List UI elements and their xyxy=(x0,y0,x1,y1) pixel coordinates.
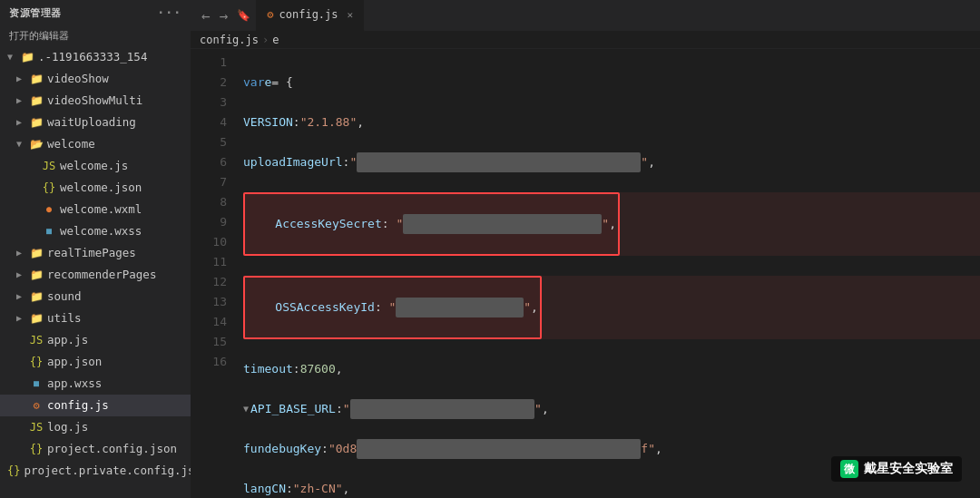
sidebar-title: 资源管理器 xyxy=(9,6,62,20)
sidebar-header: 资源管理器 ··· xyxy=(0,0,191,25)
folder-icon-waitUploading: 📁 xyxy=(29,115,44,130)
nav-bookmark[interactable]: 🔖 xyxy=(233,7,254,24)
videoShowMulti-arrow: ▶ xyxy=(16,92,29,110)
tab-config-js[interactable]: ⚙ config.js ✕ xyxy=(256,0,365,32)
nav-back[interactable]: ← xyxy=(198,5,214,26)
tab-bar: ← → 🔖 ⚙ config.js ✕ xyxy=(191,0,980,32)
app-json-label: app.json xyxy=(47,353,102,371)
code-line-1: var e = { xyxy=(243,73,980,93)
sidebar-item-app-json[interactable]: {} app.json xyxy=(0,351,191,373)
breadcrumb-symbol: e xyxy=(272,34,279,46)
app-js-label: app.js xyxy=(47,331,88,349)
breadcrumb: config.js › e xyxy=(191,32,980,49)
breadcrumb-sep: › xyxy=(262,34,269,46)
sidebar-root-folder[interactable]: ▼ 📁 .-1191663333_154 xyxy=(0,46,191,68)
sidebar-item-welcome[interactable]: ▼ 📂 welcome xyxy=(0,133,191,155)
sidebar: 资源管理器 ··· 打开的编辑器 ▼ 📁 .-1191663333_154 ▶ … xyxy=(0,0,191,498)
watermark: 微 戴星安全实验室 xyxy=(831,456,962,482)
sound-label: sound xyxy=(47,288,82,306)
sidebar-item-realTimePages[interactable]: ▶ 📁 realTimePages xyxy=(0,242,191,264)
watermark-text: 戴星安全实验室 xyxy=(864,461,953,477)
tab-config-label: config.js xyxy=(279,8,338,21)
root-arrow: ▼ xyxy=(7,48,20,66)
wxss-icon-app: ■ xyxy=(29,376,44,391)
utils-arrow: ▶ xyxy=(16,309,29,327)
js-icon-log: JS xyxy=(29,420,44,435)
sidebar-item-waitUploading[interactable]: ▶ 📁 waitUploading xyxy=(0,112,191,133)
folder-icon-videoShowMulti: 📁 xyxy=(29,93,44,108)
more-icon[interactable]: ··· xyxy=(157,5,181,20)
sidebar-file-tree: ▼ 📁 .-1191663333_154 ▶ 📁 videoShow ▶ 📁 v… xyxy=(0,46,191,498)
welcome-wxml-label: welcome.wxml xyxy=(60,200,142,219)
json-icon-welcome: {} xyxy=(42,181,56,195)
root-folder-label: .-1191663333_154 xyxy=(38,48,147,66)
sidebar-item-recommenderPages[interactable]: ▶ 📁 recommenderPages xyxy=(0,264,191,286)
code-line-3: uploadImageUrl: "███████████████████████… xyxy=(243,152,980,172)
folder-icon-recommenderPages: 📁 xyxy=(29,268,44,282)
wxss-icon-welcome: ■ xyxy=(42,224,56,239)
recommenderPages-label: recommenderPages xyxy=(47,266,156,284)
sound-arrow: ▶ xyxy=(16,288,29,306)
sidebar-item-videoShowMulti[interactable]: ▶ 📁 videoShowMulti xyxy=(0,90,191,112)
sidebar-item-welcome-wxml[interactable]: ● welcome.wxml xyxy=(0,199,191,220)
utils-label: utils xyxy=(47,309,82,327)
json-icon-project-private: {} xyxy=(7,464,20,478)
log-js-label: log.js xyxy=(47,418,88,436)
sidebar-item-config-js[interactable]: ⚙ config.js xyxy=(0,395,191,416)
sidebar-item-welcome-json[interactable]: {} welcome.json xyxy=(0,177,191,199)
sidebar-item-project-private-config[interactable]: {} project.private.config.js... xyxy=(0,460,191,482)
project-config-json-label: project.config.json xyxy=(47,440,177,458)
sidebar-item-welcome-wxss[interactable]: ■ welcome.wxss xyxy=(0,220,191,242)
project-private-config-label: project.private.config.js... xyxy=(24,462,191,480)
waitUploading-label: waitUploading xyxy=(47,113,136,132)
folder-icon-realTimePages: 📁 xyxy=(29,246,44,260)
code-line-6: timeout: 87600, xyxy=(243,359,980,379)
tab-close-icon[interactable]: ✕ xyxy=(348,9,354,21)
welcome-wxss-label: welcome.wxss xyxy=(60,222,142,240)
app-wxss-label: app.wxss xyxy=(47,375,102,393)
editor-area: ← → 🔖 ⚙ config.js ✕ config.js › e 1 2 3 … xyxy=(191,0,980,498)
sidebar-item-app-wxss[interactable]: ■ app.wxss xyxy=(0,373,191,395)
code-content[interactable]: var e = { VERSION: "2.1.88", uploadImage… xyxy=(234,49,980,498)
folder-icon-utils: 📁 xyxy=(29,311,44,326)
welcome-arrow: ▼ xyxy=(16,135,29,153)
sidebar-item-log-js[interactable]: JS log.js xyxy=(0,416,191,438)
sidebar-item-app-js[interactable]: JS app.js xyxy=(0,329,191,351)
config-js-label: config.js xyxy=(47,396,109,415)
welcome-json-label: welcome.json xyxy=(60,179,142,197)
watermark-icon: 微 xyxy=(840,460,858,478)
sidebar-item-utils[interactable]: ▶ 📁 utils xyxy=(0,308,191,329)
videoShow-arrow: ▶ xyxy=(16,70,29,88)
json-icon-project-config: {} xyxy=(29,442,44,456)
breadcrumb-file: config.js xyxy=(200,34,259,46)
code-line-4: AccessKeySecret: "██████████████████████… xyxy=(243,192,980,256)
line-numbers: 1 2 3 4 5 6 7 8 9 10 11 12 13 14 15 16 xyxy=(191,49,234,498)
videoShow-label: videoShow xyxy=(47,70,109,88)
code-line-5: OSSAccessKeyId: "██████████████████", xyxy=(243,276,980,339)
tab-config-icon: ⚙ xyxy=(267,8,273,21)
folder-icon-welcome: 📂 xyxy=(29,137,44,151)
sidebar-item-project-config-json[interactable]: {} project.config.json xyxy=(0,438,191,460)
code-line-2: VERSION: "2.1.88", xyxy=(243,112,980,132)
waitUploading-arrow: ▶ xyxy=(16,113,29,132)
root-folder-icon: 📁 xyxy=(20,50,34,64)
sidebar-item-welcome-js[interactable]: JS welcome.js xyxy=(0,155,191,177)
welcome-label: welcome xyxy=(47,135,95,153)
folder-icon-videoShow: 📁 xyxy=(29,72,44,86)
sidebar-section-label: 打开的编辑器 xyxy=(0,25,191,46)
sidebar-item-sound[interactable]: ▶ 📁 sound xyxy=(0,286,191,308)
config-icon: ⚙ xyxy=(29,398,44,413)
app-container: 资源管理器 ··· 打开的编辑器 ▼ 📁 .-1191663333_154 ▶ … xyxy=(0,0,980,498)
folder-icon-sound: 📁 xyxy=(29,289,44,304)
wxml-icon-welcome: ● xyxy=(42,202,56,217)
recommenderPages-arrow: ▶ xyxy=(16,266,29,284)
videoShowMulti-label: videoShowMulti xyxy=(47,92,142,110)
js-icon-app: JS xyxy=(29,333,44,347)
json-icon-app: {} xyxy=(29,355,44,369)
realTimePages-label: realTimePages xyxy=(47,244,136,262)
code-line-9: langCN: "zh-CN", xyxy=(243,479,980,498)
welcome-js-label: welcome.js xyxy=(60,157,128,175)
code-editor: 1 2 3 4 5 6 7 8 9 10 11 12 13 14 15 16 v… xyxy=(191,49,980,498)
sidebar-item-videoShow[interactable]: ▶ 📁 videoShow xyxy=(0,68,191,90)
nav-forward[interactable]: → xyxy=(216,5,232,26)
